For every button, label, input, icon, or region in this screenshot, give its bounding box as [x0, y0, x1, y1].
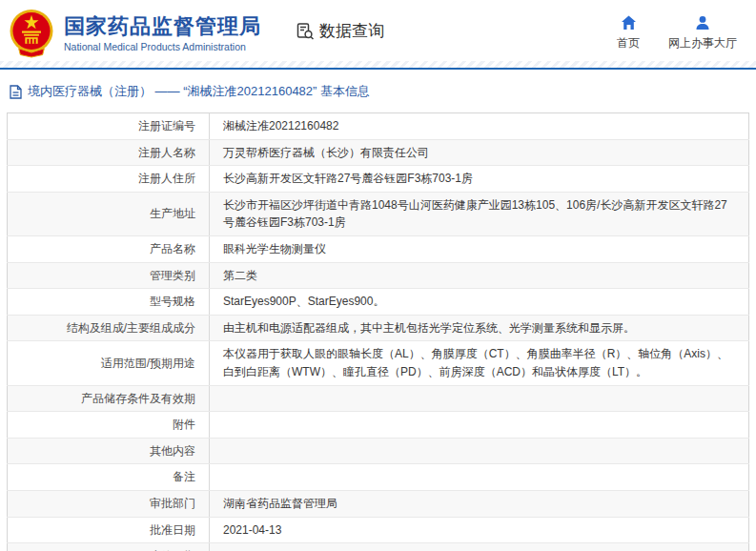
- row-value: 本仪器用于获取人眼的眼轴长度（AL）、角膜厚度（CT）、角膜曲率半径（R）、轴位…: [210, 341, 749, 385]
- table-row: 生产地址长沙市开福区沙坪街道中青路1048号山河医药健康产业园13栋105、10…: [8, 192, 749, 235]
- row-label: 产品储存条件及有效期: [8, 385, 210, 412]
- table-row: 附件: [8, 412, 749, 439]
- home-icon: [621, 15, 637, 31]
- table-row: 注册人名称万灵帮桥医疗器械（长沙）有限责任公司: [8, 139, 749, 166]
- user-icon: [695, 15, 710, 31]
- row-value: 眼科光学生物测量仪: [210, 235, 749, 262]
- table-row: 适用范围/预期用途本仪器用于获取人眼的眼轴长度（AL）、角膜厚度（CT）、角膜曲…: [8, 341, 749, 385]
- table-row: 批准日期2021-04-13: [8, 517, 749, 543]
- table-row: 产品名称眼科光学生物测量仪: [8, 235, 749, 262]
- document-search-icon: [296, 22, 315, 41]
- row-value: 由主机和电源适配器组成，其中主机包括光学定位系统、光学测量系统和显示屏。: [210, 315, 749, 341]
- row-label: 注册证编号: [8, 113, 210, 140]
- table-row: 型号规格StarEyes900P、StarEyes900。: [8, 289, 749, 316]
- table-row: 结构及组成/主要组成成分由主机和电源适配器组成，其中主机包括光学定位系统、光学测…: [8, 315, 749, 341]
- row-value: 2021-04-13: [210, 517, 749, 543]
- row-label: 附件: [8, 412, 210, 439]
- row-value: 湘械注准20212160482: [210, 113, 749, 140]
- row-label: 注册人名称: [8, 139, 210, 166]
- row-value: 长沙高新开发区文轩路27号麓谷钰园F3栋703-1房: [210, 166, 749, 193]
- nav-service-hall-label: 网上办事大厅: [668, 35, 737, 51]
- data-query-tab[interactable]: 数据查询: [296, 20, 384, 42]
- org-name-cn: 国家药品监督管理局: [64, 14, 261, 38]
- row-label: 结构及组成/主要组成成分: [8, 315, 210, 341]
- row-value: 湖南省药品监督管理局: [210, 490, 749, 517]
- row-label: 生产地址: [8, 192, 210, 235]
- row-value: [210, 438, 749, 464]
- site-header: 国家药品监督管理局 National Medical Products Admi…: [0, 0, 756, 61]
- page-icon: [10, 85, 22, 99]
- row-value: [210, 543, 749, 551]
- nav-item-home[interactable]: 首页: [617, 15, 640, 51]
- header-divider: [0, 61, 756, 70]
- row-value: 万灵帮桥医疗器械（长沙）有限责任公司: [210, 139, 749, 166]
- row-label: 适用范围/预期用途: [8, 341, 210, 385]
- info-table-body: 注册证编号湘械注准20212160482注册人名称万灵帮桥医疗器械（长沙）有限责…: [8, 113, 749, 551]
- table-row: 管理类别第二类: [8, 262, 749, 289]
- row-label: 产品名称: [8, 235, 210, 262]
- table-row: 注册人住所长沙高新开发区文轩路27号麓谷钰园F3栋703-1房: [8, 166, 749, 193]
- row-label: 审批部门: [8, 490, 210, 517]
- data-query-label: 数据查询: [319, 20, 384, 42]
- breadcrumb-text: 境内医疗器械（注册） —— “湘械注准20212160482” 基本信息: [28, 83, 370, 100]
- row-value: [210, 385, 749, 412]
- nav-home-label: 首页: [617, 35, 640, 51]
- logo-group: 国家药品监督管理局 National Medical Products Admi…: [8, 9, 261, 58]
- row-value: [210, 412, 749, 439]
- header-nav: 首页 网上办事大厅: [617, 9, 745, 51]
- registration-info-table-wrap: 注册证编号湘械注准20212160482注册人名称万灵帮桥医疗器械（长沙）有限责…: [7, 112, 749, 551]
- row-value: [210, 464, 749, 491]
- row-label: 管理类别: [8, 262, 210, 289]
- registration-info-table: 注册证编号湘械注准20212160482注册人名称万灵帮桥医疗器械（长沙）有限责…: [7, 112, 749, 551]
- row-value: StarEyes900P、StarEyes900。: [210, 289, 749, 316]
- breadcrumb: 境内医疗器械（注册） —— “湘械注准20212160482” 基本信息: [0, 70, 756, 112]
- table-row: 注册证编号湘械注准20212160482: [8, 113, 749, 140]
- national-emblem-logo-icon: [8, 9, 55, 58]
- row-label: 型号规格: [8, 289, 210, 316]
- row-value: 第二类: [210, 262, 749, 289]
- row-label: 批准日期: [8, 517, 210, 543]
- table-row: 生效日期: [8, 543, 749, 551]
- table-row: 产品储存条件及有效期: [8, 385, 749, 412]
- org-name-en: National Medical Products Administration: [64, 41, 261, 52]
- row-label: 其他内容: [8, 438, 210, 464]
- table-row: 审批部门湖南省药品监督管理局: [8, 490, 749, 517]
- row-value: 长沙市开福区沙坪街道中青路1048号山河医药健康产业园13栋105、106房/长…: [210, 192, 749, 235]
- nav-item-service-hall[interactable]: 网上办事大厅: [668, 15, 737, 51]
- row-label: 备注: [8, 464, 210, 491]
- row-label: 生效日期: [8, 543, 210, 551]
- table-row: 其他内容: [8, 438, 749, 464]
- row-label: 注册人住所: [8, 166, 210, 193]
- table-row: 备注: [8, 464, 749, 491]
